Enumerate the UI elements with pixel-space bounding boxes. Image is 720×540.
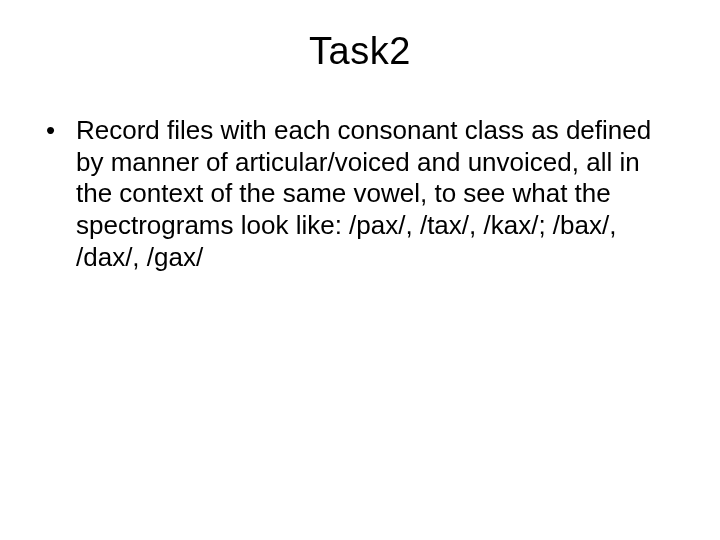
slide-body: Record files with each consonant class a… [32,115,688,274]
slide: Task2 Record files with each consonant c… [0,0,720,540]
list-item: Record files with each consonant class a… [40,115,680,274]
bullet-list: Record files with each consonant class a… [40,115,680,274]
slide-title: Task2 [32,30,688,73]
